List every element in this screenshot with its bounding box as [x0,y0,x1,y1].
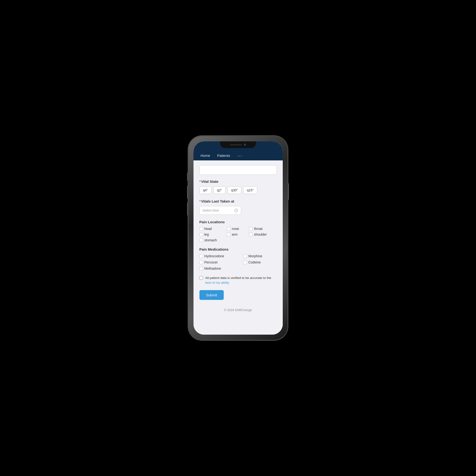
camera [244,143,246,146]
med-methadone[interactable]: Methadone [200,267,239,270]
vital-q4[interactable]: q4° [200,186,212,194]
verification-checkbox[interactable] [200,276,203,280]
clock-icon: 🕐 [234,208,238,212]
vital-state-label: *Vital State [200,179,277,184]
required-star-2: * [200,199,201,203]
pain-loc-stomach[interactable]: stomach [200,238,227,242]
med-methadone-checkbox[interactable] [200,267,203,270]
pain-loc-arm-checkbox[interactable] [227,233,230,236]
pain-locations-grid: head nose throat leg [200,227,277,242]
med-percocet[interactable]: Percocet [200,260,239,264]
pain-loc-stomach-checkbox[interactable] [200,238,203,242]
med-codeine-checkbox[interactable] [243,261,247,264]
pain-locations-section: Pain Locations head nose [200,220,277,242]
content-area: *Vital State q4° q2° q30" q15" *Vitals L… [193,160,283,335]
med-codeine[interactable]: Codeine [243,260,276,264]
verification-link[interactable]: best of my ability [205,281,229,284]
pain-loc-shoulder-checkbox[interactable] [249,233,253,236]
notes-textarea-partial[interactable] [200,165,277,175]
phone-shell: Home Patients ... *Vital State q4° q2° q… [188,136,288,340]
footer: © 2018 ShiftChange [200,305,277,317]
vital-state-options: q4° q2° q30" q15" [200,186,277,194]
pain-medications-section: Pain Medications Hydrocodone Morphine [200,247,277,270]
pain-loc-nose-checkbox[interactable] [227,227,230,231]
med-morphine-checkbox[interactable] [243,255,247,258]
pain-medications-label: Pain Medications [200,247,277,251]
vital-q30[interactable]: q30" [227,186,241,194]
pain-loc-leg[interactable]: leg [200,233,227,236]
power-button [288,183,289,200]
pain-loc-head-checkbox[interactable] [200,227,203,231]
submit-button[interactable]: Submit [200,290,224,300]
med-hydrocodone-checkbox[interactable] [200,255,203,258]
mute-button [187,172,188,181]
verification-text: All patient data is verified to be accur… [205,276,277,285]
pain-loc-nose[interactable]: nose [227,227,249,231]
pain-loc-throat[interactable]: throat [249,227,276,231]
volume-up-button [187,186,188,199]
nav-patients[interactable]: Patients [217,153,230,157]
vital-state-section: *Vital State q4° q2° q30" q15" [200,179,277,194]
notch [220,141,256,148]
pain-locations-label: Pain Locations [200,220,277,224]
verification-row: All patient data is verified to be accur… [200,276,277,285]
time-input-placeholder: Select time [203,208,232,212]
vitals-last-taken-label: *Vitals Last Taken at [200,199,277,203]
pain-loc-throat-checkbox[interactable] [249,227,253,231]
pain-loc-head[interactable]: head [200,227,227,231]
volume-down-button [187,202,188,215]
vitals-last-taken-section: *Vitals Last Taken at Select time 🕐 [200,199,277,215]
nav-more[interactable]: ... [237,153,242,157]
med-percocet-checkbox[interactable] [200,261,203,264]
time-input-wrapper[interactable]: Select time 🕐 [200,206,241,215]
pain-medications-grid: Hydrocodone Morphine Percocet Codei [200,254,277,270]
med-morphine[interactable]: Morphine [243,254,276,258]
phone-screen: Home Patients ... *Vital State q4° q2° q… [193,141,283,335]
nav-home[interactable]: Home [201,153,210,157]
phone-mockup: Home Patients ... *Vital State q4° q2° q… [188,136,288,340]
pain-loc-leg-checkbox[interactable] [200,233,203,236]
med-hydrocodone[interactable]: Hydrocodone [200,254,239,258]
pain-loc-shoulder[interactable]: shoulder [249,233,276,236]
vital-q15[interactable]: q15" [243,186,257,194]
required-star: * [200,179,201,184]
speaker [230,144,242,145]
vital-q2[interactable]: q2° [214,186,226,194]
pain-loc-arm[interactable]: arm [227,233,249,236]
